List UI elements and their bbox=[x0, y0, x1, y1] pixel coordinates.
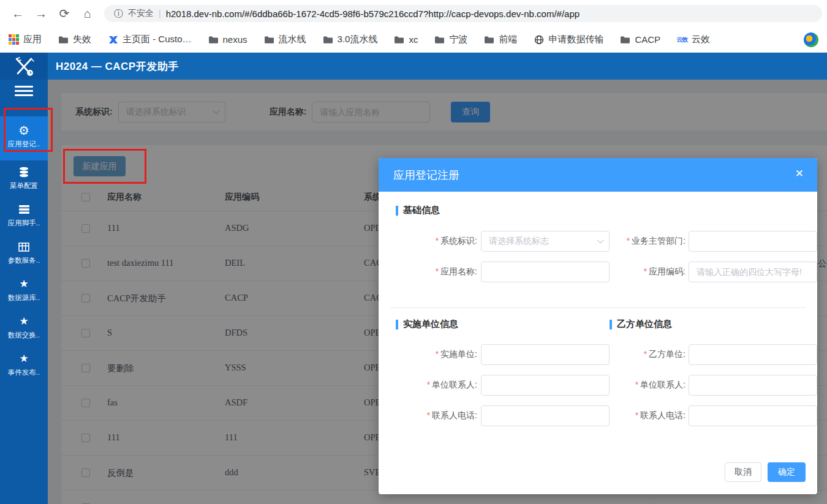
bookmark-label: nexus bbox=[223, 34, 247, 45]
menu-toggle-icon[interactable] bbox=[15, 86, 33, 96]
confirm-button[interactable]: 确定 bbox=[768, 462, 806, 482]
yunxiao-icon: 云效 bbox=[677, 34, 687, 45]
field-label: *单位联系人: bbox=[599, 380, 685, 391]
gear-icon: ⚙ bbox=[18, 124, 29, 137]
field-input[interactable] bbox=[481, 261, 610, 282]
section-basic-title: 基础信息 bbox=[403, 205, 440, 216]
rows-icon bbox=[18, 203, 30, 216]
bookmark-item[interactable]: 申请数据传输 bbox=[534, 34, 603, 45]
dialog-header: 应用登记注册 ✕ bbox=[379, 158, 817, 192]
bookmark-item[interactable]: 云效云效 bbox=[677, 34, 710, 45]
required-asterisk: * bbox=[644, 349, 647, 359]
folder-icon bbox=[323, 34, 333, 45]
bookmark-label: 3.0流水线 bbox=[338, 34, 378, 45]
app-logo bbox=[0, 53, 48, 80]
required-asterisk: * bbox=[427, 410, 430, 420]
bookmark-item[interactable]: 失效 bbox=[58, 34, 91, 45]
sidebar-item-link[interactable]: 菜单配置 bbox=[0, 160, 48, 198]
address-bar[interactable]: ⓘ 不安全 | h2018.dev-nb.com/#/6ddba66b-1672… bbox=[104, 5, 822, 22]
app-registration-dialog: 应用登记注册 ✕ 基础信息 实施单位信息 乙方单位信息 取消 确定 *系统标识:… bbox=[379, 158, 817, 494]
required-asterisk: * bbox=[635, 380, 638, 389]
section-party-info: 乙方单位信息 bbox=[610, 318, 672, 330]
folder-icon bbox=[394, 34, 404, 45]
field-label: *单位联系人: bbox=[390, 380, 477, 391]
browser-window: ← → ⟳ ⌂ ⓘ 不安全 | h2018.dev-nb.com/#/6ddba… bbox=[0, 0, 827, 504]
bookmark-item[interactable]: 3.0流水线 bbox=[323, 34, 378, 45]
info-icon[interactable]: ⓘ bbox=[114, 8, 123, 20]
sidebar-item-link[interactable]: ★事件发布.. bbox=[0, 347, 48, 385]
field-label: *系统标识: bbox=[390, 236, 477, 247]
field-input[interactable] bbox=[481, 344, 610, 365]
field-label: *业务主管部门: bbox=[599, 236, 685, 247]
bookmark-label: CACP bbox=[635, 34, 660, 45]
folder-icon bbox=[208, 34, 219, 45]
reload-icon[interactable]: ⟳ bbox=[53, 6, 76, 21]
folder-icon bbox=[484, 34, 494, 45]
bookmark-item[interactable]: CACP bbox=[620, 34, 660, 45]
field-input[interactable] bbox=[481, 405, 610, 426]
bookmark-item[interactable]: 流水线 bbox=[264, 34, 306, 45]
bookmark-item[interactable]: 前端 bbox=[484, 34, 517, 45]
apps-grid-icon bbox=[9, 34, 19, 45]
star-icon: ★ bbox=[19, 315, 28, 328]
sidebar-item-link[interactable]: 参数服务.. bbox=[0, 235, 48, 273]
field-input[interactable] bbox=[689, 405, 817, 426]
sidebar-item-link[interactable]: ★数据源库.. bbox=[0, 273, 48, 310]
bookmark-label: 云效 bbox=[692, 34, 710, 45]
folder-icon bbox=[264, 34, 274, 45]
field-input[interactable] bbox=[689, 344, 817, 365]
sidebar-item-link[interactable]: 应用脚手.. bbox=[0, 198, 48, 235]
sidebar: ⚙应用登记..菜单配置应用脚手..参数服务..★数据源库..★数据交换..★事件… bbox=[0, 80, 48, 504]
sidebar-item-label: 应用脚手.. bbox=[8, 219, 40, 228]
bookmark-item[interactable]: 主页面 - Custo… bbox=[108, 34, 192, 45]
folder-icon bbox=[58, 34, 69, 45]
field-label: *联系人电话: bbox=[599, 410, 685, 421]
field-input[interactable] bbox=[689, 375, 817, 396]
bookmark-item[interactable]: xc bbox=[394, 34, 418, 45]
bookmark-label: 失效 bbox=[73, 34, 91, 45]
section-bar bbox=[610, 320, 612, 329]
field-select[interactable]: 请选择系统标志 bbox=[481, 231, 610, 252]
not-secure-label: 不安全 bbox=[128, 8, 154, 19]
close-icon[interactable]: ✕ bbox=[795, 167, 804, 180]
sidebar-item-label: 菜单配置 bbox=[10, 181, 38, 190]
page-title: H2024 — CACP开发助手 bbox=[56, 59, 179, 73]
bookmark-label: 应用 bbox=[23, 34, 42, 45]
dialog-title: 应用登记注册 bbox=[393, 168, 459, 182]
select-placeholder: 请选择系统标志 bbox=[489, 236, 549, 247]
bookmarks-bar: 应用失效主页面 - Custo…nexus流水线3.0流水线xc宁波前端申请数据… bbox=[0, 27, 827, 53]
sidebar-item-active[interactable]: ⚙应用登记.. bbox=[0, 116, 48, 160]
field-input[interactable] bbox=[481, 375, 610, 396]
back-icon[interactable]: ← bbox=[6, 7, 29, 21]
bookmark-label: 流水线 bbox=[279, 34, 306, 45]
blue-x-icon bbox=[108, 34, 118, 45]
section-impl-title: 实施单位信息 bbox=[403, 318, 458, 330]
required-asterisk: * bbox=[436, 349, 439, 359]
bookmark-label: 申请数据传输 bbox=[548, 34, 603, 45]
cancel-button[interactable]: 取消 bbox=[725, 462, 761, 482]
field-input[interactable] bbox=[689, 231, 817, 252]
bookmark-item[interactable]: nexus bbox=[208, 34, 247, 45]
sidebar-item-link[interactable]: ★数据交换.. bbox=[0, 310, 48, 347]
field-input[interactable] bbox=[689, 261, 817, 282]
folder-icon bbox=[620, 34, 630, 45]
forward-icon[interactable]: → bbox=[29, 7, 53, 21]
bookmark-label: 主页面 - Custo… bbox=[123, 34, 192, 45]
bookmark-label: 前端 bbox=[499, 34, 517, 45]
section-bar bbox=[396, 206, 398, 216]
field-label: *乙方单位: bbox=[599, 349, 685, 360]
bookmark-label: 宁波 bbox=[449, 34, 467, 45]
star-icon: ★ bbox=[19, 278, 28, 290]
address-separator: | bbox=[159, 9, 161, 18]
url-text: h2018.dev-nb.com/#/6ddba66b-1672-4cd5-98… bbox=[166, 9, 580, 19]
star-icon: ★ bbox=[19, 353, 28, 365]
sidebar-item-label: 应用登记.. bbox=[8, 140, 40, 149]
sidebar-item-label: 数据源库.. bbox=[8, 293, 40, 303]
profile-avatar-icon[interactable] bbox=[804, 32, 818, 47]
home-icon[interactable]: ⌂ bbox=[76, 7, 99, 21]
bookmark-item[interactable]: 应用 bbox=[9, 34, 42, 45]
bookmark-item[interactable]: 宁波 bbox=[434, 34, 467, 45]
browser-toolbar: ← → ⟳ ⌂ ⓘ 不安全 | h2018.dev-nb.com/#/6ddba… bbox=[0, 0, 827, 27]
sidebar-item-label: 数据交换.. bbox=[8, 331, 40, 340]
section-divider bbox=[390, 307, 806, 308]
